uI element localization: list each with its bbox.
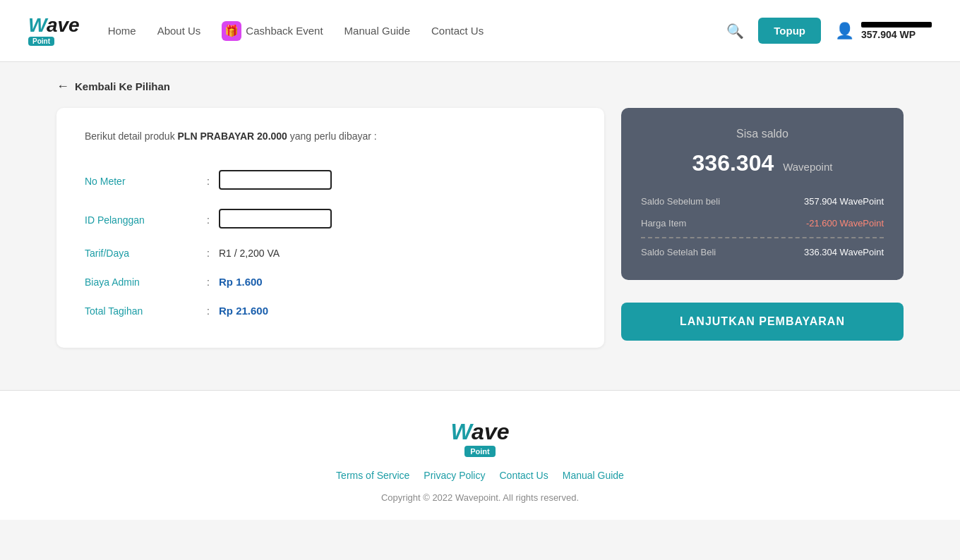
- table-row: ID Pelanggan :: [85, 200, 576, 239]
- saldo-rows: Saldo Sebelum beli 357.904 WavePoint Har…: [641, 190, 884, 263]
- field-label-tarif-daya: Tarif/Daya: [85, 239, 198, 267]
- logo: Wave Point: [28, 16, 80, 46]
- footer-terms[interactable]: Terms of Service: [336, 470, 409, 481]
- nav-about-us[interactable]: About Us: [157, 25, 201, 37]
- field-value-tarif-daya: R1 / 2,200 VA: [219, 239, 576, 267]
- payment-btn-wrapper: LANJUTKAN PEMBAYARAN: [621, 291, 904, 341]
- back-link[interactable]: ← Kembali Ke Pilihan: [56, 79, 904, 94]
- field-value-no-meter: [219, 162, 576, 200]
- saldo-unit: Wavepoint: [783, 161, 832, 173]
- saldo-row-item: Harga Item -21.600 WavePoint: [641, 212, 884, 234]
- header: Wave Point Home About Us 🎁 Cashback Even…: [0, 0, 960, 62]
- search-button[interactable]: 🔍: [726, 23, 744, 39]
- saldo-before-label: Saldo Sebelum beli: [641, 196, 720, 207]
- header-right: 🔍 Topup 👤 357.904 WP: [726, 18, 932, 44]
- table-row: Biaya Admin : Rp 1.600: [85, 267, 576, 296]
- nav-cashback-event[interactable]: 🎁 Cashback Event: [222, 21, 323, 41]
- field-value-total-tagihan: Rp 21.600: [219, 296, 576, 325]
- nav-home[interactable]: Home: [108, 25, 136, 37]
- footer-links: Terms of Service Privacy Policy Contact …: [28, 470, 932, 481]
- field-label-no-meter: No Meter: [85, 162, 198, 200]
- nav-manual-guide[interactable]: Manual Guide: [344, 25, 410, 37]
- product-name: PLN PRABAYAR 20.000: [178, 130, 287, 142]
- main-nav: Home About Us 🎁 Cashback Event Manual Gu…: [108, 21, 484, 41]
- saldo-row-after: Saldo Setelah Beli 336.304 WavePoint: [641, 241, 884, 263]
- saldo-row-before: Saldo Sebelum beli 357.904 WavePoint: [641, 190, 884, 212]
- payment-button[interactable]: LANJUTKAN PEMBAYARAN: [621, 303, 904, 341]
- detail-table: No Meter : ID Pelanggan :: [85, 162, 576, 325]
- footer-logo: Wave Point: [28, 419, 932, 457]
- detail-intro: Berikut detail produk PLN PRABAYAR 20.00…: [85, 130, 576, 142]
- footer-contact-us[interactable]: Contact Us: [499, 470, 548, 481]
- page-content: ← Kembali Ke Pilihan Berikut detail prod…: [28, 62, 932, 390]
- table-row: Tarif/Daya : R1 / 2,200 VA: [85, 239, 576, 267]
- header-left: Wave Point Home About Us 🎁 Cashback Even…: [28, 16, 484, 46]
- nav-contact-us[interactable]: Contact Us: [431, 25, 484, 37]
- logo-badge: Point: [28, 37, 54, 46]
- saldo-title: Sisa saldo: [641, 128, 884, 140]
- cashback-icon: 🎁: [222, 21, 241, 41]
- footer-logo-text: Wave: [28, 419, 932, 445]
- user-icon: 👤: [835, 22, 854, 40]
- saldo-before-value: 357.904 WavePoint: [804, 196, 884, 207]
- saldo-divider: [641, 237, 884, 238]
- saldo-after-label: Saldo Setelah Beli: [641, 247, 716, 257]
- saldo-item-value: -21.600 WavePoint: [806, 218, 884, 229]
- saldo-section: Sisa saldo 336.304 Wavepoint Saldo Sebel…: [621, 108, 904, 341]
- saldo-card: Sisa saldo 336.304 Wavepoint Saldo Sebel…: [621, 108, 904, 280]
- field-label-id-pelanggan: ID Pelanggan: [85, 200, 198, 239]
- footer-copyright: Copyright © 2022 Wavepoint. All rights r…: [28, 492, 932, 503]
- table-row: Total Tagihan : Rp 21.600: [85, 296, 576, 325]
- main-layout: Berikut detail produk PLN PRABAYAR 20.00…: [56, 108, 904, 348]
- saldo-amount: 336.304 Wavepoint: [641, 150, 884, 176]
- wp-balance: 357.904 WP: [861, 22, 932, 40]
- no-meter-box: [219, 170, 332, 190]
- back-label: Kembali Ke Pilihan: [75, 80, 170, 92]
- logo-mark: Wave: [28, 16, 80, 35]
- saldo-item-label: Harga Item: [641, 218, 686, 229]
- topup-button[interactable]: Topup: [758, 18, 821, 44]
- field-label-biaya-admin: Biaya Admin: [85, 267, 198, 296]
- detail-card: Berikut detail produk PLN PRABAYAR 20.00…: [56, 108, 604, 348]
- field-value-id-pelanggan: [219, 200, 576, 239]
- footer-privacy[interactable]: Privacy Policy: [424, 470, 485, 481]
- wp-bar: [861, 22, 932, 28]
- back-arrow-icon: ←: [56, 79, 69, 94]
- wp-amount: 357.904 WP: [861, 29, 916, 40]
- table-row: No Meter :: [85, 162, 576, 200]
- user-section: 👤 357.904 WP: [835, 22, 932, 40]
- footer-logo-badge: Point: [464, 446, 496, 457]
- footer: Wave Point Terms of Service Privacy Poli…: [0, 390, 960, 520]
- field-label-total-tagihan: Total Tagihan: [85, 296, 198, 325]
- logo-text: Wave: [28, 16, 80, 35]
- id-pelanggan-box: [219, 209, 332, 229]
- field-value-biaya-admin: Rp 1.600: [219, 267, 576, 296]
- footer-manual-guide[interactable]: Manual Guide: [563, 470, 624, 481]
- saldo-after-value: 336.304 WavePoint: [804, 247, 884, 257]
